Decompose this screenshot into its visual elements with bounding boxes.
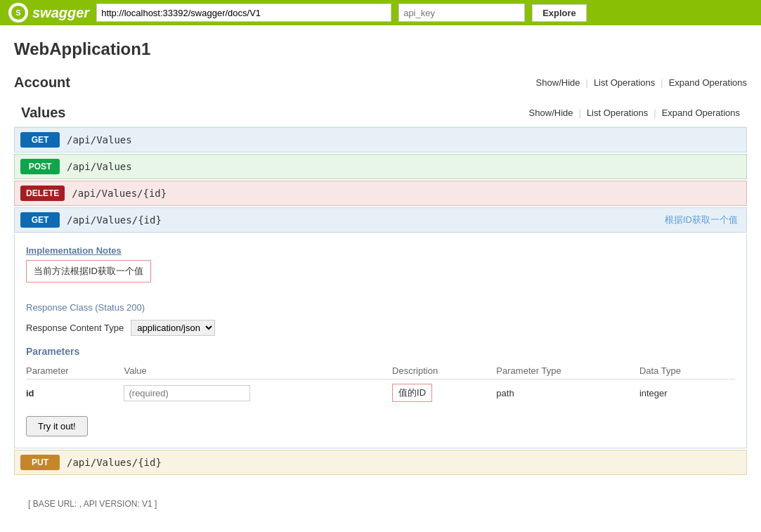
footer: [ BASE URL: , API VERSION: V1 ] [14, 492, 747, 516]
values-list-operations[interactable]: List Operations [587, 108, 648, 118]
col-parameter: Parameter [26, 363, 124, 379]
apikey-input[interactable] [398, 4, 525, 22]
col-param-type: Parameter Type [496, 363, 639, 379]
swagger-icon: S [8, 3, 28, 22]
method-badge-post: POST [20, 159, 60, 174]
method-badge-get1: GET [20, 132, 60, 148]
table-row: id 值的ID path integer [26, 379, 735, 407]
footer-text: [ BASE URL: , API VERSION: V1 ] [28, 499, 157, 509]
divider4: | [653, 108, 656, 118]
account-list-operations[interactable]: List Operations [594, 77, 655, 88]
values-title: Values [21, 105, 65, 121]
response-content-type-row: Response Content Type application/json [26, 320, 735, 336]
param-name: id [26, 388, 34, 398]
account-actions: Show/Hide | List Operations | Expand Ope… [536, 77, 747, 88]
operation-row-get-values-id[interactable]: GET /api/Values/{id} 根据ID获取一个值 [14, 207, 747, 233]
operation-path-put: /api/Values/{id} [67, 453, 746, 472]
response-content-type-label: Response Content Type [26, 323, 124, 333]
method-badge-put: PUT [20, 455, 60, 470]
data-type-cell: integer [639, 379, 735, 407]
values-expand-operations[interactable]: Expand Operations [662, 108, 740, 118]
values-section: Values Show/Hide | List Operations | Exp… [14, 99, 747, 475]
param-value-input[interactable] [124, 385, 250, 401]
operation-summary-link[interactable]: 根据ID获取一个值 [656, 209, 746, 231]
col-value: Value [124, 363, 392, 379]
app-title: WebApplication1 [14, 39, 747, 59]
operation-path-get1: /api/Values [67, 130, 746, 150]
divider3: | [578, 108, 580, 118]
account-expand-operations[interactable]: Expand Operations [669, 77, 747, 88]
operation-path-delete: /api/Values/{id} [72, 183, 746, 203]
param-type-cell: path [496, 379, 639, 407]
implementation-notes-box: 当前方法根据ID获取一个值 [26, 260, 151, 283]
col-description: Description [392, 363, 496, 379]
param-description: 值的ID [392, 384, 432, 402]
operation-row-post-values[interactable]: POST /api/Values [14, 154, 747, 179]
method-badge-delete: DELETE [20, 186, 65, 201]
parameters-title: Parameters [26, 346, 735, 357]
method-badge-get2: GET [20, 212, 60, 228]
logo-container: S swagger [8, 3, 89, 22]
operation-row-get-values[interactable]: GET /api/Values [14, 127, 747, 153]
values-header: Values Show/Hide | List Operations | Exp… [14, 99, 747, 127]
account-title: Account [14, 74, 70, 91]
values-actions: Show/Hide | List Operations | Expand Ope… [529, 108, 740, 118]
parameters-table: Parameter Value Description Parameter Ty… [26, 363, 735, 406]
account-section-header: Account Show/Hide | List Operations | Ex… [14, 72, 747, 93]
operation-path-post: /api/Values [67, 157, 746, 176]
operation-path-get2: /api/Values/{id} [67, 210, 656, 230]
try-it-out-button[interactable]: Try it out! [26, 416, 88, 436]
response-class-title[interactable]: Response Class (Status 200) [26, 302, 735, 313]
explore-button[interactable]: Explore [532, 4, 587, 22]
response-content-type-select[interactable]: application/json [131, 320, 215, 336]
operation-detail: Implementation Notes 当前方法根据ID获取一个值 Respo… [14, 234, 747, 448]
account-show-hide[interactable]: Show/Hide [536, 77, 580, 88]
implementation-notes-title[interactable]: Implementation Notes [26, 245, 735, 256]
divider2: | [661, 77, 663, 88]
operation-row-delete-values[interactable]: DELETE /api/Values/{id} [14, 181, 747, 206]
operation-row-put-values[interactable]: PUT /api/Values/{id} [14, 450, 747, 475]
app-header: S swagger Explore [0, 0, 761, 25]
svg-text:S: S [15, 8, 20, 17]
values-show-hide[interactable]: Show/Hide [529, 108, 573, 118]
url-input[interactable] [96, 4, 391, 22]
main-content: WebApplication1 Account Show/Hide | List… [0, 25, 761, 530]
col-data-type: Data Type [639, 363, 735, 379]
divider1: | [585, 77, 587, 88]
swagger-title: swagger [32, 5, 89, 21]
